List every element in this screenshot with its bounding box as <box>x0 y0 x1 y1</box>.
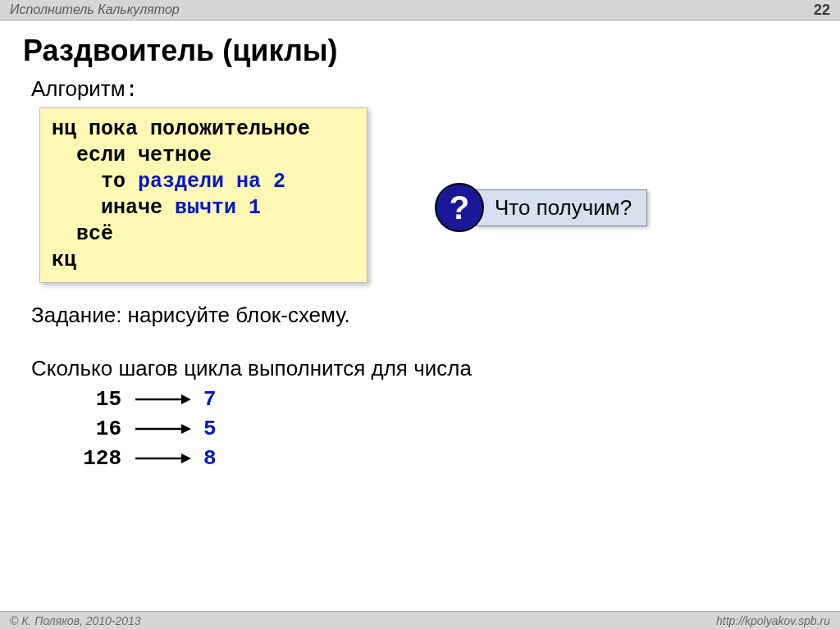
step-answer: 5 <box>203 417 217 441</box>
code-l1: нц пока положительное <box>52 117 310 141</box>
step-row: 16 5 <box>72 414 817 444</box>
algorithm-label-colon: : <box>126 78 139 103</box>
svg-marker-3 <box>181 424 191 434</box>
code-l4b: вычти 1 <box>175 196 261 220</box>
question-mark-icon: ? <box>435 183 484 232</box>
code-l3a: то <box>52 170 138 194</box>
svg-marker-1 <box>181 394 191 404</box>
arrow-icon <box>121 451 203 466</box>
step-input: 15 <box>72 387 121 412</box>
step-row: 128 8 <box>72 444 817 473</box>
algorithm-label: Алгоритм: <box>31 76 814 103</box>
code-l4a: иначе <box>52 196 175 220</box>
arrow-icon <box>121 392 203 407</box>
steps-question: Сколько шагов цикла выполнится для числа <box>31 356 814 381</box>
top-bar: Исполнитель Калькулятор 22 <box>0 0 840 21</box>
step-answer: 7 <box>203 387 217 412</box>
slide-body: Раздвоитель (циклы) Алгоритм: нц пока по… <box>0 21 840 611</box>
question-callout: ? Что получим? <box>435 183 647 232</box>
step-input: 128 <box>72 446 121 471</box>
slide-title: Раздвоитель (циклы) <box>23 34 817 68</box>
question-text: Что получим? <box>476 189 647 226</box>
svg-marker-5 <box>181 454 191 463</box>
step-input: 16 <box>72 417 121 441</box>
algorithm-label-text: Алгоритм <box>31 76 126 101</box>
code-l5: всё <box>52 222 113 246</box>
arrow-icon <box>121 422 203 436</box>
code-l3b: раздели на 2 <box>138 170 285 194</box>
footer-bar: © К. Поляков, 2010-2013 http://kpolyakov… <box>0 611 840 629</box>
steps-list: 15 7 16 5 128 8 <box>72 385 817 473</box>
code-box: нц пока положительное если четное то раз… <box>39 107 368 283</box>
step-row: 15 7 <box>72 385 817 414</box>
code-l6: кц <box>52 248 76 272</box>
copyright-text: © К. Поляков, 2010-2013 <box>10 614 141 627</box>
footer-url: http://kpolyakov.spb.ru <box>716 614 830 627</box>
code-l2: если четное <box>52 144 212 167</box>
step-answer: 8 <box>203 446 217 471</box>
task-text: Задание: нарисуйте блок-схему. <box>31 303 814 328</box>
page-number: 22 <box>814 2 830 19</box>
slide-context: Исполнитель Калькулятор <box>10 2 180 17</box>
